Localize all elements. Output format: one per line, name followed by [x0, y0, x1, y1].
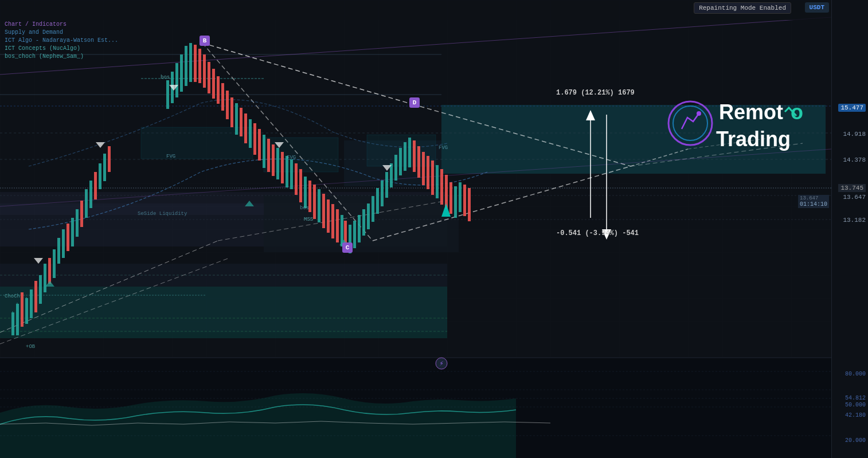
svg-rect-49: [57, 238, 60, 264]
svg-rect-57: [94, 172, 97, 199]
svg-rect-42: [39, 275, 42, 304]
svg-rect-114: [408, 138, 411, 167]
svg-point-151: [673, 106, 707, 140]
ind-label-3: ICT Concepts (NucAlgo): [5, 45, 118, 53]
svg-rect-68: [198, 49, 201, 83]
svg-rect-112: [399, 148, 402, 175]
svg-rect-91: [304, 177, 307, 208]
svg-rect-84: [272, 144, 275, 176]
svg-rect-50: [62, 229, 65, 258]
svg-rect-123: [449, 182, 452, 214]
svg-rect-43: [44, 264, 46, 292]
choch-label: ChoCh: [5, 293, 20, 299]
osc-level-50: 50.000: [831, 401, 868, 408]
ind-label-4: bos_choch (Nephew_Sam_): [5, 53, 118, 61]
svg-rect-116: [417, 146, 420, 178]
timer-display: 13.647 01:14:10: [798, 195, 829, 208]
indicator-labels: Chart / Indicators Supply and Demand ICT…: [5, 21, 118, 61]
svg-point-152: [697, 111, 701, 116]
top-bar: Repainting Mode Enabled USDT: [0, 0, 831, 20]
svg-rect-85: [276, 148, 279, 179]
osc-level-80: 80.000: [831, 370, 868, 377]
price-axis: 15.477 14.918 14.378 13.745 13.647 13.18…: [831, 0, 868, 458]
svg-rect-38: [21, 292, 24, 327]
svg-rect-69: [203, 54, 206, 88]
svg-rect-122: [445, 175, 448, 209]
svg-rect-103: [358, 215, 361, 242]
ind-label-2: ICT Algo - Nadaraya-Watson Est...: [5, 37, 118, 45]
svg-rect-119: [431, 161, 434, 195]
svg-rect-59: [103, 154, 106, 181]
svg-rect-127: [468, 188, 471, 221]
svg-rect-125: [459, 182, 462, 212]
mss-label: MSS: [304, 217, 313, 222]
svg-rect-102: [353, 221, 356, 248]
svg-rect-56: [89, 181, 92, 208]
price-level-14378: 14.378: [831, 156, 868, 163]
svg-rect-6: [264, 195, 459, 252]
svg-rect-74: [226, 91, 229, 119]
svg-rect-58: [99, 163, 101, 189]
svg-rect-73: [221, 83, 224, 111]
svg-rect-90: [299, 169, 302, 202]
price-level-14918: 14.918: [831, 131, 868, 138]
bos-label-mid: bos: [300, 205, 309, 211]
svg-rect-53: [76, 209, 79, 237]
svg-rect-97: [331, 204, 334, 238]
svg-rect-9: [264, 138, 338, 172]
osc-level-5481: 54.812: [831, 394, 868, 401]
svg-rect-71: [212, 69, 215, 99]
svg-rect-118: [427, 156, 429, 189]
svg-rect-117: [422, 152, 425, 185]
osc-level-20: 20.000: [831, 437, 868, 444]
svg-rect-88: [290, 159, 293, 189]
svg-rect-77: [240, 108, 243, 136]
svg-rect-104: [362, 209, 365, 236]
svg-rect-4: [0, 287, 447, 338]
svg-rect-107: [376, 188, 379, 214]
svg-text:⚡: ⚡: [439, 360, 443, 368]
fvg-label-1: FVG: [166, 154, 175, 159]
svg-rect-105: [367, 203, 370, 229]
svg-rect-41: [34, 281, 37, 312]
svg-rect-78: [244, 113, 247, 143]
price-level-13182: 13.182: [831, 217, 868, 224]
svg-rect-94: [318, 189, 320, 222]
svg-rect-40: [30, 289, 33, 318]
svg-text:Remot: Remot: [719, 100, 783, 124]
svg-rect-65: [185, 46, 187, 86]
svg-rect-106: [372, 196, 374, 222]
svg-point-150: [668, 101, 712, 145]
svg-rect-66: [189, 43, 192, 82]
svg-rect-60: [108, 146, 111, 172]
ind-label-1: Supply and Demand: [5, 29, 118, 37]
fvg-label-2: FVG: [287, 155, 296, 161]
svg-rect-86: [281, 152, 284, 183]
svg-rect-54: [80, 201, 83, 227]
chart-area: ⚡: [0, 0, 831, 458]
price-level-13745: 13.745: [831, 185, 868, 191]
svg-rect-80: [253, 123, 256, 155]
svg-rect-52: [71, 218, 74, 246]
bos-label-top: bos: [161, 75, 170, 80]
svg-rect-76: [235, 103, 238, 135]
svg-rect-89: [295, 163, 298, 195]
brand-logo: Remot o Trading: [662, 92, 822, 183]
ob-label: +OB: [26, 344, 35, 350]
pattern-label-D: D: [409, 97, 420, 108]
svg-rect-82: [263, 135, 265, 168]
svg-rect-79: [249, 119, 252, 148]
svg-rect-115: [413, 140, 416, 172]
svg-rect-121: [440, 169, 443, 205]
currency-badge[interactable]: USDT: [805, 2, 829, 13]
svg-rect-45: [53, 249, 56, 278]
svg-rect-108: [381, 181, 384, 206]
sellside-label: SeSide Liquidity: [138, 211, 187, 217]
svg-rect-72: [217, 76, 220, 104]
repainting-badge[interactable]: Repainting Mode Enabled: [694, 2, 791, 14]
svg-rect-111: [394, 155, 397, 181]
svg-rect-44: [48, 258, 51, 284]
svg-rect-63: [175, 63, 178, 97]
svg-rect-55: [85, 189, 88, 218]
price-level-15477: 15.477: [831, 104, 868, 111]
